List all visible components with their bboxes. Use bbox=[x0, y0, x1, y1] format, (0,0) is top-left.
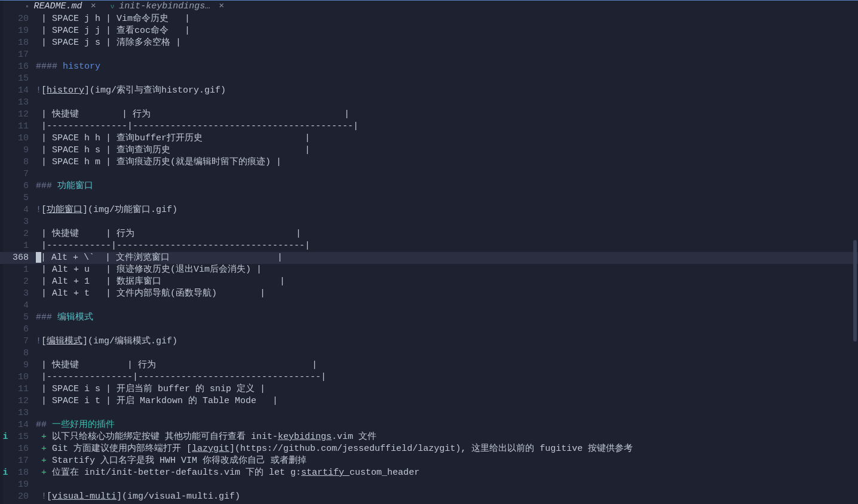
line-number: 5 bbox=[11, 312, 33, 324]
code-line[interactable]: 16#### history bbox=[0, 61, 858, 73]
code-content[interactable] bbox=[33, 300, 858, 312]
code-line[interactable]: 5 bbox=[0, 192, 858, 204]
code-content[interactable] bbox=[33, 348, 858, 359]
code-line[interactable]: 10 |----------------|-------------------… bbox=[0, 371, 858, 383]
code-content[interactable]: | Alt + 1 | 数据库窗口 | bbox=[33, 276, 858, 288]
code-content[interactable]: | Alt + t | 文件内部导航(函数导航) | bbox=[33, 288, 858, 300]
code-content[interactable]: |---------------|-----------------------… bbox=[33, 121, 858, 133]
gutter-sign bbox=[0, 97, 11, 109]
code-line[interactable]: 4 bbox=[0, 300, 858, 312]
line-number: 13 bbox=[11, 407, 33, 419]
code-content[interactable] bbox=[33, 216, 858, 228]
line-number: 14 bbox=[11, 85, 33, 97]
code-line[interactable]: 18 | SPACE j s | 清除多余空格 | bbox=[0, 37, 858, 49]
tab-readme[interactable]: ▫ README.md × bbox=[18, 0, 103, 13]
code-content[interactable]: | SPACE i s | 开启当前 buffer 的 snip 定义 | bbox=[33, 383, 858, 395]
code-content[interactable] bbox=[33, 192, 858, 204]
code-line[interactable]: i15 + 以下只给核心功能绑定按键 其他功能可自行查看 init-keybid… bbox=[0, 431, 858, 443]
code-line[interactable]: 10 | SPACE h h | 查询buffer打开历史 | bbox=[0, 133, 858, 145]
code-line[interactable]: 9 | 快捷键 | 行为 | bbox=[0, 359, 858, 371]
code-line[interactable]: 2 | Alt + 1 | 数据库窗口 | bbox=[0, 276, 858, 288]
code-content[interactable]: ![功能窗口](img/功能窗口.gif) bbox=[33, 204, 858, 216]
editor-viewport[interactable]: 20 | SPACE j h | Vim命令历史 |19 | SPACE j j… bbox=[0, 13, 858, 504]
code-content[interactable]: ## 一些好用的插件 bbox=[33, 419, 858, 431]
code-line[interactable]: 11 |---------------|--------------------… bbox=[0, 121, 858, 133]
code-content[interactable] bbox=[33, 168, 858, 180]
close-icon[interactable]: × bbox=[91, 1, 96, 13]
code-line[interactable]: 19 bbox=[0, 479, 858, 491]
code-content[interactable]: ### 功能窗口 bbox=[33, 180, 858, 192]
code-line[interactable]: 16 + Git 方面建议使用内部终端打开 [lazygit](https://… bbox=[0, 443, 858, 455]
code-content[interactable]: ![编辑模式](img/编辑模式.gif) bbox=[33, 336, 858, 348]
code-content[interactable]: | Alt + \` | 文件浏览窗口 | bbox=[33, 252, 858, 264]
code-line[interactable]: 6 bbox=[0, 324, 858, 336]
tab-init-keybindings[interactable]: ν init-keybindings… × bbox=[103, 0, 232, 13]
code-content[interactable]: |----------------|----------------------… bbox=[33, 371, 858, 383]
code-content[interactable]: + 以下只给核心功能绑定按键 其他功能可自行查看 init-keybidings… bbox=[33, 431, 858, 443]
code-content[interactable]: | SPACE h h | 查询buffer打开历史 | bbox=[33, 133, 858, 145]
scrollbar-thumb[interactable] bbox=[853, 240, 857, 342]
gutter-sign bbox=[0, 49, 11, 61]
code-line[interactable]: 19 | SPACE j j | 查看coc命令 | bbox=[0, 25, 858, 37]
code-line[interactable]: 13 bbox=[0, 407, 858, 419]
code-line[interactable]: 12 | 快捷键 | 行为 | bbox=[0, 109, 858, 121]
file-type-icon: ▫ bbox=[25, 2, 29, 11]
code-content[interactable]: | 快捷键 | 行为 | bbox=[33, 109, 858, 121]
line-number: 3 bbox=[11, 216, 33, 228]
code-line[interactable]: 20 | SPACE j h | Vim命令历史 | bbox=[0, 13, 858, 25]
code-content[interactable] bbox=[33, 73, 858, 85]
code-content[interactable] bbox=[33, 324, 858, 336]
code-content[interactable]: |------------|--------------------------… bbox=[33, 240, 858, 252]
code-content[interactable] bbox=[33, 479, 858, 491]
code-line[interactable]: 2 | 快捷键 | 行为 | bbox=[0, 228, 858, 240]
code-content[interactable]: | 快捷键 | 行为 | bbox=[33, 359, 858, 371]
code-line[interactable]: 9 | SPACE h s | 查询查询历史 | bbox=[0, 145, 858, 156]
code-content[interactable]: | Alt + u | 痕迹修改历史(退出Vim后会消失) | bbox=[33, 264, 858, 276]
code-line[interactable]: 17 bbox=[0, 49, 858, 61]
code-line[interactable]: 3 bbox=[0, 216, 858, 228]
code-content[interactable] bbox=[33, 407, 858, 419]
line-number: 1 bbox=[11, 240, 33, 252]
code-content[interactable]: | SPACE j j | 查看coc命令 | bbox=[33, 25, 858, 37]
code-line[interactable]: 14![history](img/索引与查询history.gif) bbox=[0, 85, 858, 97]
code-content[interactable] bbox=[33, 49, 858, 61]
code-content[interactable]: | SPACE h m | 查询痕迹历史(就是编辑时留下的痕迹) | bbox=[33, 156, 858, 168]
gutter-sign bbox=[0, 312, 11, 324]
code-line[interactable]: 20 ![visual-multi](img/visual-multi.gif) bbox=[0, 491, 858, 503]
code-content[interactable] bbox=[33, 97, 858, 109]
code-content[interactable]: ![history](img/索引与查询history.gif) bbox=[33, 85, 858, 97]
code-content[interactable]: + Startify 入口名字是我 HWH VIM 你得改成你自己 或者删掉 bbox=[33, 455, 858, 467]
code-line[interactable]: 14## 一些好用的插件 bbox=[0, 419, 858, 431]
scrollbar[interactable] bbox=[853, 13, 857, 504]
close-icon[interactable]: × bbox=[219, 1, 224, 13]
code-line[interactable]: 8 bbox=[0, 348, 858, 359]
code-line[interactable]: 1 | Alt + u | 痕迹修改历史(退出Vim后会消失) | bbox=[0, 264, 858, 276]
code-content[interactable]: ### 编辑模式 bbox=[33, 312, 858, 324]
code-line[interactable]: 368| Alt + \` | 文件浏览窗口 | bbox=[0, 252, 858, 264]
code-content[interactable]: ![visual-multi](img/visual-multi.gif) bbox=[33, 491, 858, 503]
code-content[interactable]: | SPACE j s | 清除多余空格 | bbox=[33, 37, 858, 49]
code-line[interactable]: 12 | SPACE i t | 开启 Markdown 的 Table Mod… bbox=[0, 395, 858, 407]
code-content[interactable]: + 位置在 init/init-better-defaults.vim 下的 l… bbox=[33, 467, 858, 479]
line-number: 1 bbox=[11, 264, 33, 276]
code-line[interactable]: 17 + Startify 入口名字是我 HWH VIM 你得改成你自己 或者删… bbox=[0, 455, 858, 467]
code-line[interactable]: 15 bbox=[0, 73, 858, 85]
code-line[interactable]: 7![编辑模式](img/编辑模式.gif) bbox=[0, 336, 858, 348]
code-line[interactable]: 3 | Alt + t | 文件内部导航(函数导航) | bbox=[0, 288, 858, 300]
code-content[interactable]: #### history bbox=[33, 61, 858, 73]
code-content[interactable]: | SPACE j h | Vim命令历史 | bbox=[33, 13, 858, 25]
code-line[interactable]: 1 |------------|------------------------… bbox=[0, 240, 858, 252]
code-line[interactable]: 8 | SPACE h m | 查询痕迹历史(就是编辑时留下的痕迹) | bbox=[0, 156, 858, 168]
code-content[interactable]: | 快捷键 | 行为 | bbox=[33, 228, 858, 240]
code-line[interactable]: 5### 编辑模式 bbox=[0, 312, 858, 324]
code-line[interactable]: 4![功能窗口](img/功能窗口.gif) bbox=[0, 204, 858, 216]
code-line[interactable]: 11 | SPACE i s | 开启当前 buffer 的 snip 定义 | bbox=[0, 383, 858, 395]
code-line[interactable]: 6### 功能窗口 bbox=[0, 180, 858, 192]
line-number: 17 bbox=[11, 49, 33, 61]
code-content[interactable]: | SPACE i t | 开启 Markdown 的 Table Mode | bbox=[33, 395, 858, 407]
code-content[interactable]: | SPACE h s | 查询查询历史 | bbox=[33, 145, 858, 156]
code-line[interactable]: 13 bbox=[0, 97, 858, 109]
code-content[interactable]: + Git 方面建议使用内部终端打开 [lazygit](https://git… bbox=[33, 443, 858, 455]
code-line[interactable]: i18 + 位置在 init/init-better-defaults.vim … bbox=[0, 467, 858, 479]
code-line[interactable]: 7 bbox=[0, 168, 858, 180]
